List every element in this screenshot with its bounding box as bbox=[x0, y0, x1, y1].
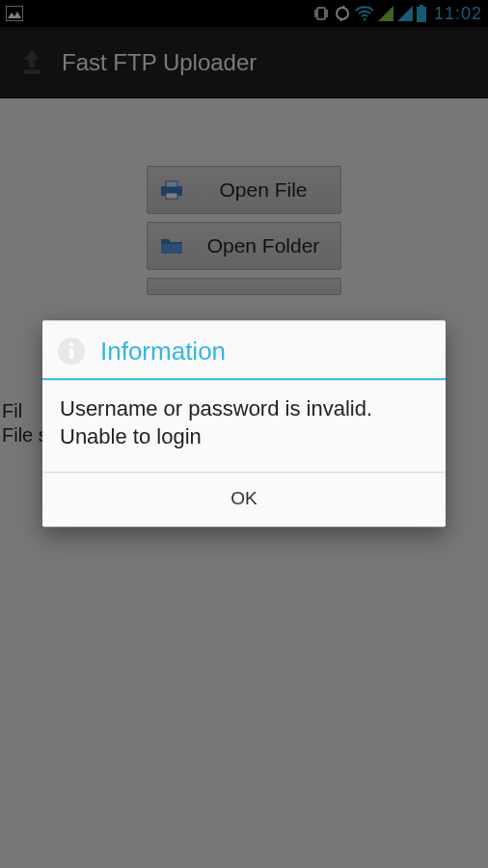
ok-button[interactable]: OK bbox=[42, 473, 446, 527]
dialog-message: Username or password is invalid. Unable … bbox=[42, 380, 446, 472]
svg-rect-18 bbox=[69, 348, 73, 359]
svg-point-17 bbox=[69, 342, 73, 346]
info-icon bbox=[56, 336, 87, 366]
dialog-header: Information bbox=[42, 320, 446, 378]
dialog-title: Information bbox=[100, 337, 226, 366]
info-dialog: Information Username or password is inva… bbox=[42, 320, 446, 527]
